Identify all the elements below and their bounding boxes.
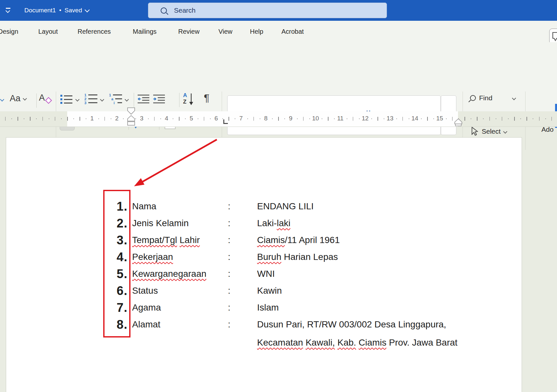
tab-design[interactable]: Design <box>0 21 18 42</box>
tab-layout[interactable]: Layout <box>38 21 58 42</box>
field-label[interactable]: Kewarganegaraan <box>132 267 206 281</box>
number-line <box>88 98 97 99</box>
field-value[interactable]: Islam <box>257 300 279 315</box>
list-item-wrap-line[interactable]: Kecamatan Kawali, Kab. Ciamis Prov. Jawa… <box>0 336 487 350</box>
title-separator-dot: • <box>59 7 61 14</box>
field-value[interactable]: Buruh Harian Lepas <box>257 250 338 264</box>
ruler-tick-dot <box>235 118 235 119</box>
ruler-tick-dot <box>545 118 546 119</box>
number-line <box>88 102 97 103</box>
list-number[interactable]: 3. <box>97 233 128 247</box>
multilevel-list-button[interactable]: 1 a i <box>109 93 123 105</box>
chevron-down-icon[interactable] <box>75 97 80 102</box>
ruler-tick <box>278 117 279 121</box>
search-input[interactable]: Search <box>148 3 387 18</box>
tab-help[interactable]: Help <box>250 21 263 42</box>
list-item[interactable]: 2.Jenis Kelamin:Laki-laki <box>0 216 487 230</box>
tab-view[interactable]: View <box>218 21 232 42</box>
title-bar: Document1 • Saved Search <box>0 0 557 21</box>
list-number[interactable]: 7. <box>97 300 128 315</box>
comments-button[interactable] <box>549 29 557 44</box>
increase-indent-button[interactable] <box>153 94 165 104</box>
decrease-indent-button[interactable] <box>138 94 149 104</box>
ruler-tick-dot <box>185 118 186 119</box>
field-label[interactable]: Agama <box>132 300 161 315</box>
clear-formatting-letter: A <box>39 93 45 103</box>
tab-acrobat[interactable]: Acrobat <box>281 21 304 42</box>
document-title[interactable]: Document1 • Saved <box>24 0 89 21</box>
list-item[interactable]: 7.Agama:Islam <box>0 300 487 315</box>
ruler-tick-dot <box>123 118 124 119</box>
field-value[interactable]: Dusun Pari, RT/RW 003/002 Desa Linggapur… <box>257 317 446 332</box>
left-indent-marker[interactable] <box>128 122 135 125</box>
tab-mailings[interactable]: Mailings <box>133 21 156 42</box>
indent-markers[interactable] <box>126 106 137 127</box>
horizontal-ruler[interactable]: 123456789101112131415 <box>0 111 557 127</box>
list-item[interactable]: 6.Status:Kawin <box>0 284 487 298</box>
ruler-tick <box>353 117 353 121</box>
list-number[interactable]: 5. <box>97 267 128 281</box>
list-number[interactable]: 4. <box>97 250 128 264</box>
field-value[interactable]: ENDANG LILI <box>257 199 314 214</box>
increase-indent-icon <box>153 94 165 104</box>
ruler-tick-dot <box>471 118 471 119</box>
document-page[interactable] <box>6 137 522 392</box>
ruler-tick <box>30 117 31 121</box>
list-line <box>115 98 122 99</box>
sort-button[interactable]: A Z <box>183 93 197 107</box>
field-value[interactable]: Kawin <box>257 284 282 298</box>
list-item[interactable]: 4.Pekerjaan:Buruh Harian Lepas <box>0 250 487 264</box>
bullet-square <box>60 98 62 100</box>
list-number[interactable]: 6. <box>97 284 128 298</box>
ruler-tick <box>18 117 18 121</box>
field-value[interactable]: Ciamis/11 April 1961 <box>257 233 340 247</box>
find-button[interactable]: Find <box>470 94 515 102</box>
tab-references[interactable]: References <box>78 21 111 42</box>
field-label[interactable]: Pekerjaan <box>132 250 173 264</box>
misspelled-text: Buruh <box>257 252 281 262</box>
text-segment: Prov. Jawa Barat <box>386 337 457 348</box>
field-value-continued[interactable]: Kecamatan Kawali, Kab. Ciamis Prov. Jawa… <box>257 336 457 350</box>
list-number[interactable]: 8. <box>97 317 128 332</box>
ribbon-options-icon[interactable] <box>5 8 12 13</box>
first-line-indent-marker[interactable] <box>128 108 135 114</box>
field-label[interactable]: Tempat/Tgl Lahir <box>132 233 200 247</box>
list-item[interactable]: 8.Alamat:Dusun Pari, RT/RW 003/002 Desa … <box>0 317 487 332</box>
list-item[interactable]: 1.Nama:ENDANG LILI <box>0 199 487 214</box>
sort-a-letter: A <box>183 92 187 99</box>
field-label[interactable]: Status <box>132 284 158 298</box>
chevron-down-icon <box>503 129 508 134</box>
field-label[interactable]: Alamat <box>132 317 160 332</box>
list-item[interactable]: 5.Kewarganegaraan:WNI <box>0 267 487 281</box>
tab-review[interactable]: Review <box>178 21 200 42</box>
field-label[interactable]: Nama <box>132 199 156 214</box>
bullet-line <box>64 95 72 96</box>
bullets-button[interactable] <box>60 94 73 104</box>
tab-stop-marker[interactable] <box>223 119 228 124</box>
bullet-square <box>60 102 62 104</box>
list-item[interactable]: 3.Tempat/Tgl Lahir:Ciamis/11 April 1961 <box>0 233 487 247</box>
show-paragraph-marks-button[interactable]: ¶ <box>204 92 214 107</box>
chevron-down-icon[interactable] <box>125 97 129 102</box>
word-window: Document1 • Saved Search DesignLayoutRef… <box>0 0 557 392</box>
list-number[interactable]: 2. <box>97 216 128 230</box>
ruler-tick-dot <box>446 118 447 119</box>
misspelled-text: Kecamatan <box>257 337 303 348</box>
change-case-button[interactable]: Aa <box>10 93 26 104</box>
ruler-tick <box>539 117 540 121</box>
field-value[interactable]: Laki-laki <box>257 216 291 230</box>
select-button[interactable]: Select <box>470 127 507 136</box>
field-label[interactable]: Jenis Kelamin <box>132 216 189 230</box>
ruler-number: 7 <box>239 115 243 122</box>
list-number[interactable]: 1. <box>97 199 128 214</box>
clear-formatting-button[interactable]: A <box>39 93 53 107</box>
right-indent-marker[interactable] <box>453 117 464 127</box>
colon: : <box>228 284 230 298</box>
chevron-down-icon[interactable] <box>100 97 104 102</box>
hanging-indent-marker[interactable] <box>128 116 135 121</box>
field-value[interactable]: WNI <box>257 267 275 281</box>
ruler-tick <box>5 117 6 121</box>
ruler-tick-dot <box>297 118 298 119</box>
chevron-down-icon[interactable] <box>0 97 4 102</box>
numbering-button[interactable]: 1 2 3 <box>84 93 98 105</box>
